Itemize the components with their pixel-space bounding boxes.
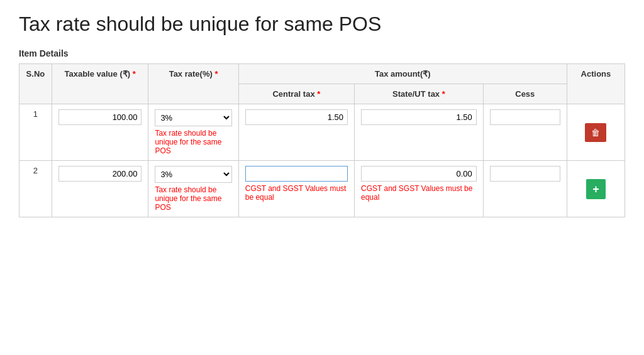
- cell-state-ut-tax-2: CGST and SGST Values must be equal: [355, 161, 484, 217]
- cell-actions-1: 🗑: [567, 104, 625, 161]
- cess-input-2[interactable]: [490, 166, 560, 182]
- cell-taxrate-2: 3%5%12%18%28%Tax rate should be unique f…: [148, 161, 238, 217]
- th-cess: Cess: [483, 84, 567, 104]
- cell-cess-2: [483, 161, 567, 217]
- taxable-value-input-2[interactable]: [58, 166, 142, 182]
- central-tax-error-2: CGST and SGST Values must be equal: [245, 184, 348, 202]
- cell-actions-2: +: [567, 161, 625, 217]
- cell-cess-1: [483, 104, 567, 161]
- state-ut-tax-input-1[interactable]: [361, 109, 477, 125]
- th-tax-rate: Tax rate(%) *: [148, 64, 238, 104]
- cell-taxable-2: [52, 161, 148, 217]
- cell-taxable-1: [52, 104, 148, 161]
- central-tax-input-2[interactable]: [245, 166, 348, 182]
- cell-sno-2: 2: [19, 161, 52, 217]
- table-row: 13%5%12%18%28%Tax rate should be unique …: [19, 104, 625, 161]
- taxrate-select-2[interactable]: 3%5%12%18%28%: [155, 166, 231, 183]
- th-tax-amount-group: Tax amount(₹): [238, 64, 567, 84]
- cess-input-1[interactable]: [490, 109, 560, 125]
- page-title: Tax rate should be unique for same POS: [19, 13, 625, 36]
- th-sno: S.No: [19, 64, 52, 104]
- state-ut-tax-error-2: CGST and SGST Values must be equal: [361, 184, 477, 202]
- th-state-ut-tax: State/UT tax *: [355, 84, 484, 104]
- taxrate-select-wrapper-2: 3%5%12%18%28%: [155, 166, 231, 183]
- delete-button-1[interactable]: 🗑: [585, 123, 606, 142]
- taxrate-error-1: Tax rate should be unique for the same P…: [155, 129, 231, 155]
- state-ut-tax-input-2[interactable]: [361, 166, 477, 182]
- taxable-value-input-1[interactable]: [58, 109, 142, 125]
- add-button-2[interactable]: +: [586, 179, 606, 199]
- th-central-tax: Central tax *: [238, 84, 354, 104]
- section-label: Item Details: [19, 48, 625, 58]
- th-taxable-value: Taxable value (₹) *: [52, 64, 148, 104]
- table-row: 23%5%12%18%28%Tax rate should be unique …: [19, 161, 625, 217]
- taxrate-select-wrapper-1: 3%5%12%18%28%: [155, 109, 231, 126]
- th-actions: Actions: [567, 64, 625, 104]
- taxrate-select-1[interactable]: 3%5%12%18%28%: [155, 109, 231, 126]
- cell-central-tax-2: CGST and SGST Values must be equal: [238, 161, 354, 217]
- item-details-table: S.No Taxable value (₹) * Tax rate(%) * T…: [19, 63, 625, 217]
- cell-sno-1: 1: [19, 104, 52, 161]
- taxrate-error-2: Tax rate should be unique for the same P…: [155, 185, 231, 212]
- central-tax-input-1[interactable]: [245, 109, 348, 125]
- cell-central-tax-1: [238, 104, 354, 161]
- cell-taxrate-1: 3%5%12%18%28%Tax rate should be unique f…: [148, 104, 238, 161]
- cell-state-ut-tax-1: [355, 104, 484, 161]
